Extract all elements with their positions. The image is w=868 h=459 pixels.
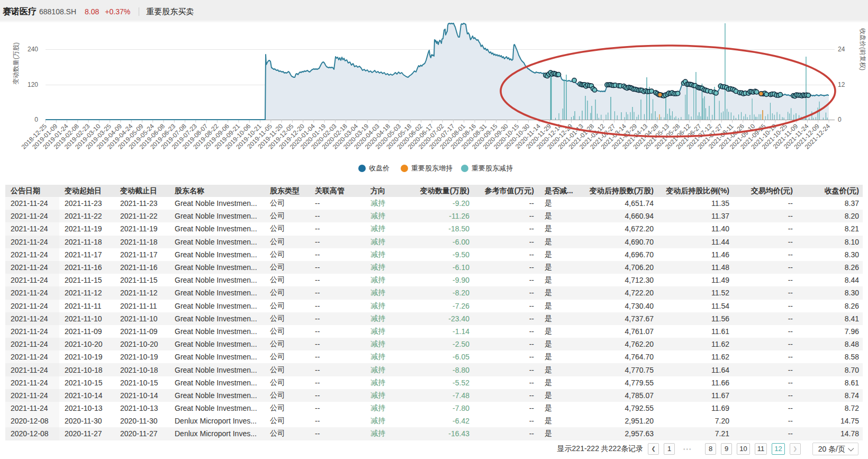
- svg-text:240: 240: [28, 46, 38, 53]
- svg-text:重要股东增持: 重要股东增持: [411, 164, 453, 172]
- svg-text:重要股东减持: 重要股东减持: [472, 164, 513, 172]
- svg-text:12: 12: [838, 81, 845, 88]
- svg-text:收盘价(前复权): 收盘价(前复权): [859, 28, 866, 70]
- svg-text:24: 24: [838, 46, 845, 53]
- svg-text:120: 120: [28, 81, 38, 88]
- svg-text:0: 0: [838, 116, 842, 123]
- svg-text:变动数量(万股): 变动数量(万股): [12, 42, 20, 85]
- svg-text:收盘价: 收盘价: [369, 164, 390, 172]
- svg-text:0: 0: [34, 116, 38, 123]
